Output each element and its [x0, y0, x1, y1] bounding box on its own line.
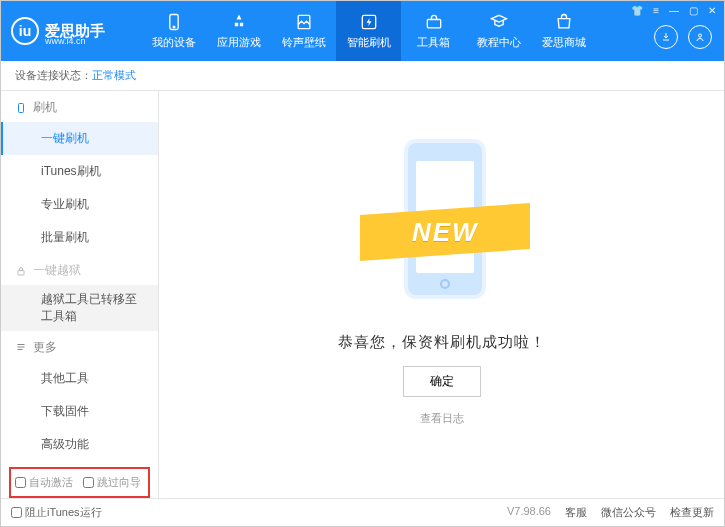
toolbox-icon [424, 12, 444, 32]
list-icon [15, 341, 27, 353]
cb-label: 跳过向导 [97, 475, 141, 490]
sidebar-group-more[interactable]: 更多 [1, 331, 158, 362]
sidebar-group-flash[interactable]: 刷机 [1, 91, 158, 122]
sidebar-item-batch-flash[interactable]: 批量刷机 [1, 221, 158, 254]
sidebar-item-jailbreak-note[interactable]: 越狱工具已转移至工具箱 [1, 285, 158, 331]
lock-icon [15, 265, 27, 277]
wallpaper-icon [294, 12, 314, 32]
checkbox-auto-activate[interactable]: 自动激活 [15, 475, 73, 490]
flash-icon [359, 12, 379, 32]
download-button[interactable] [654, 25, 678, 49]
view-log-link[interactable]: 查看日志 [420, 411, 464, 426]
options-highlight-box: 自动激活 跳过向导 [9, 467, 150, 498]
minimize-icon[interactable]: — [669, 5, 679, 16]
phone-icon [15, 102, 27, 114]
success-illustration: NEW [332, 119, 552, 319]
svg-point-5 [699, 34, 702, 37]
menu-icon[interactable]: ≡ [653, 5, 659, 16]
nav-smart-flash[interactable]: 智能刷机 [336, 1, 401, 61]
status-bar: 设备连接状态： 正常模式 [1, 61, 724, 91]
nav-tutorial[interactable]: 教程中心 [466, 1, 531, 61]
skin-icon[interactable]: 👕 [631, 5, 643, 16]
sidebar-item-other-tools[interactable]: 其他工具 [1, 362, 158, 395]
nav-label: 爱思商城 [542, 35, 586, 50]
nav-label: 工具箱 [417, 35, 450, 50]
nav-my-device[interactable]: 我的设备 [141, 1, 206, 61]
shop-icon [554, 12, 574, 32]
user-button[interactable] [688, 25, 712, 49]
apps-icon [229, 12, 249, 32]
maximize-icon[interactable]: ▢ [689, 5, 698, 16]
svg-rect-4 [427, 20, 440, 28]
footer-link-update[interactable]: 检查更新 [670, 505, 714, 520]
checkbox-skip-guide[interactable]: 跳过向导 [83, 475, 141, 490]
nav-label: 应用游戏 [217, 35, 261, 50]
sidebar-item-itunes-flash[interactable]: iTunes刷机 [1, 155, 158, 188]
success-message: 恭喜您，保资料刷机成功啦！ [338, 333, 546, 352]
footer-link-support[interactable]: 客服 [565, 505, 587, 520]
cb-label: 阻止iTunes运行 [25, 505, 102, 520]
sidebar-item-oneclick-flash[interactable]: 一键刷机 [1, 122, 158, 155]
tutorial-icon [489, 12, 509, 32]
nav-label: 教程中心 [477, 35, 521, 50]
footer-link-wechat[interactable]: 微信公众号 [601, 505, 656, 520]
nav-apps[interactable]: 应用游戏 [206, 1, 271, 61]
sidebar-group-jailbreak: 一键越狱 [1, 254, 158, 285]
group-label: 刷机 [33, 99, 57, 116]
sidebar-item-advanced[interactable]: 高级功能 [1, 428, 158, 461]
app-logo-icon: iu [11, 17, 39, 45]
cb-label: 自动激活 [29, 475, 73, 490]
group-label: 一键越狱 [33, 262, 81, 279]
svg-point-1 [173, 26, 175, 28]
nav-label: 铃声壁纸 [282, 35, 326, 50]
sidebar-item-download-firmware[interactable]: 下载固件 [1, 395, 158, 428]
close-icon[interactable]: ✕ [708, 5, 716, 16]
nav-ringtone[interactable]: 铃声壁纸 [271, 1, 336, 61]
device-icon [164, 12, 184, 32]
nav-shop[interactable]: 爱思商城 [531, 1, 596, 61]
svg-rect-6 [19, 103, 24, 112]
app-site: www.i4.cn [45, 36, 86, 46]
svg-rect-7 [18, 270, 24, 275]
checkbox-block-itunes[interactable]: 阻止iTunes运行 [11, 505, 102, 520]
ok-button[interactable]: 确定 [403, 366, 481, 397]
nav-label: 我的设备 [152, 35, 196, 50]
status-label: 设备连接状态： [15, 68, 92, 83]
group-label: 更多 [33, 339, 57, 356]
status-value: 正常模式 [92, 68, 136, 83]
nav-label: 智能刷机 [347, 35, 391, 50]
sidebar-item-pro-flash[interactable]: 专业刷机 [1, 188, 158, 221]
nav-toolbox[interactable]: 工具箱 [401, 1, 466, 61]
version-label: V7.98.66 [507, 505, 551, 520]
ribbon-text: NEW [411, 217, 478, 248]
